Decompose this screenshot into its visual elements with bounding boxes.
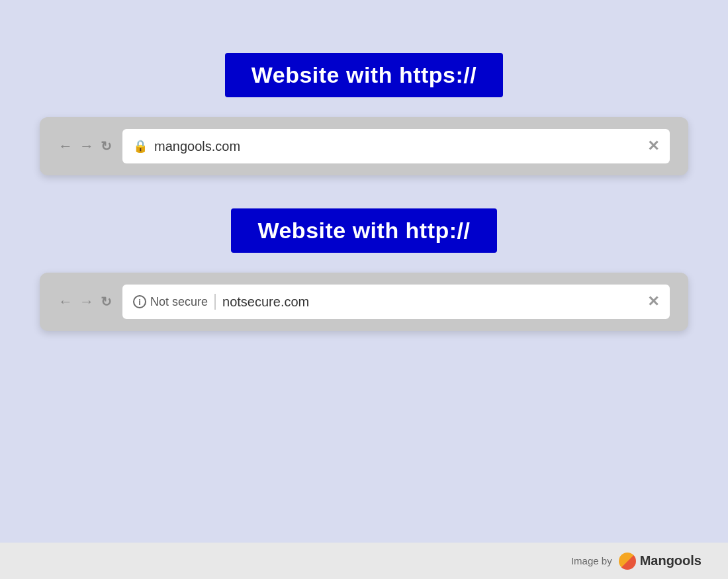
address-bar-divider [214,294,216,310]
mangools-logo: Mangools [619,553,702,570]
lock-icon: 🔒 [133,139,148,154]
https-nav-buttons: ← → ↻ [58,139,112,154]
http-title-banner: Website with http:// [231,208,496,253]
reload-button[interactable]: ↻ [101,140,112,153]
image-by-label: Image by [571,555,612,566]
https-section: Website with https:// ← → ↻ 🔒 mangools.c… [40,53,688,175]
http-forward-button[interactable]: → [79,294,94,309]
https-address-bar[interactable]: 🔒 mangools.com ✕ [122,129,670,163]
http-section: Website with http:// ← → ↻ i Not secure [40,208,688,331]
http-close-button[interactable]: ✕ [647,293,659,310]
http-url-text: notsecure.com [222,294,641,310]
back-button[interactable]: ← [58,139,73,154]
https-browser-bar: ← → ↻ 🔒 mangools.com ✕ [40,117,688,175]
http-nav-buttons: ← → ↻ [58,294,112,309]
https-title-banner: Website with https:// [225,53,503,97]
http-address-bar[interactable]: i Not secure notsecure.com ✕ [122,285,670,319]
main-content: Website with https:// ← → ↻ 🔒 mangools.c… [0,0,728,331]
info-circle-icon: i [133,295,146,308]
mangools-brand-name: Mangools [640,553,702,568]
http-reload-button[interactable]: ↻ [101,295,112,308]
http-back-button[interactable]: ← [58,294,73,309]
mangools-logo-icon [619,553,636,570]
not-secure-label: Not secure [150,295,208,309]
https-url-text: mangools.com [154,139,641,154]
http-browser-bar: ← → ↻ i Not secure notsecure.com ✕ [40,273,688,331]
https-close-button[interactable]: ✕ [647,138,659,155]
not-secure-indicator: i Not secure [133,295,208,309]
footer: Image by Mangools [0,543,728,579]
forward-button[interactable]: → [79,139,94,154]
